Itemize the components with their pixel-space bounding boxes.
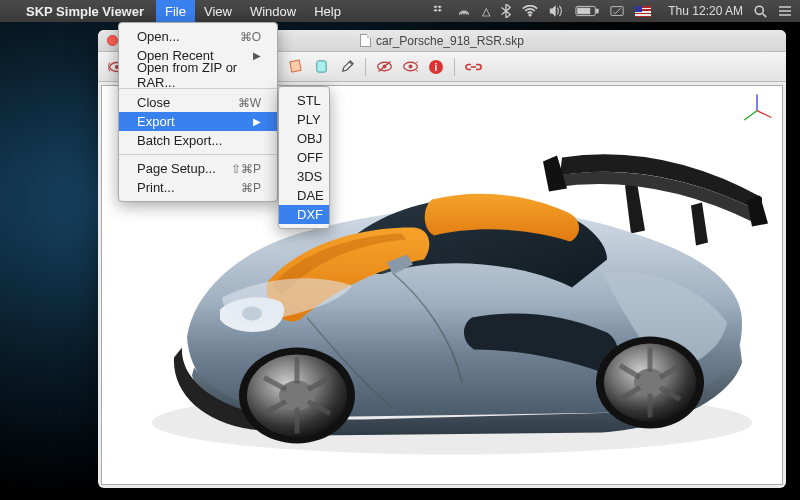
file-menu-batch-export[interactable]: Batch Export... [119, 131, 277, 150]
file-menu-dropdown: Open...⌘O Open Recent▶ Open from ZIP or … [118, 22, 278, 202]
search-icon[interactable] [754, 5, 767, 18]
color-icon[interactable] [310, 56, 332, 78]
close-button[interactable] [107, 35, 118, 46]
clock-label[interactable]: Thu 12:20 AM [668, 4, 743, 18]
svg-line-42 [744, 111, 757, 120]
export-3ds[interactable]: 3DS [279, 167, 329, 186]
export-off[interactable]: OFF [279, 148, 329, 167]
file-menu-page-setup[interactable]: Page Setup...⇧⌘P [119, 159, 277, 178]
wifi-icon[interactable] [522, 5, 538, 17]
eye-off-icon[interactable] [373, 56, 395, 78]
export-dxf[interactable]: DXF [279, 205, 329, 224]
svg-rect-3 [578, 8, 590, 14]
svg-rect-2 [597, 9, 599, 13]
menu-separator [119, 154, 277, 155]
menu-file[interactable]: File [156, 0, 195, 22]
svg-point-24 [279, 381, 315, 411]
svg-point-33 [634, 369, 666, 397]
file-menu-export[interactable]: Export▶ [119, 112, 277, 131]
svg-point-5 [755, 6, 763, 14]
svg-line-41 [757, 111, 771, 118]
file-menu-print[interactable]: Print...⌘P [119, 178, 277, 197]
menu-help[interactable]: Help [305, 0, 350, 22]
export-obj[interactable]: OBJ [279, 129, 329, 148]
menu-window[interactable]: Window [241, 0, 305, 22]
file-menu-close[interactable]: Close⌘W [119, 93, 277, 112]
file-menu-open[interactable]: Open...⌘O [119, 27, 277, 46]
export-ply[interactable]: PLY [279, 110, 329, 129]
battery-icon[interactable] [575, 5, 599, 17]
svg-rect-12 [316, 61, 325, 72]
redcircle-icon[interactable]: i [425, 56, 447, 78]
export-submenu: STL PLY OBJ OFF 3DS DAE DXF [278, 86, 330, 229]
file-menu-open-zip[interactable]: Open from ZIP or RAR... [119, 65, 277, 84]
mac-menubar: SKP Simple Viewer File View Window Help … [0, 0, 800, 22]
edit-icon[interactable] [336, 56, 358, 78]
document-icon [360, 34, 371, 47]
triangle-icon[interactable]: △ [482, 5, 490, 18]
window-title: car_Porsche_918_RSR.skp [360, 34, 524, 48]
sheet-icon[interactable] [284, 56, 306, 78]
svg-point-0 [529, 14, 531, 16]
menu-view[interactable]: View [195, 0, 241, 22]
axis-gizmo [740, 92, 774, 126]
link-icon[interactable] [462, 56, 484, 78]
bluetooth-icon[interactable] [501, 4, 511, 18]
flag-icon[interactable] [635, 6, 651, 17]
menu-icon[interactable] [778, 5, 792, 17]
svg-rect-4 [611, 7, 623, 16]
export-stl[interactable]: STL [279, 91, 329, 110]
input-icon[interactable] [610, 5, 624, 17]
antenna-icon[interactable] [457, 4, 471, 18]
svg-point-17 [408, 65, 412, 69]
status-area: △ Thu 12:20 AM [432, 4, 792, 18]
app-name-label[interactable]: SKP Simple Viewer [18, 4, 152, 19]
svg-text:i: i [435, 61, 438, 72]
dropbox-icon[interactable] [432, 4, 446, 18]
window-title-label: car_Porsche_918_RSR.skp [376, 34, 524, 48]
volume-icon[interactable] [549, 5, 564, 17]
export-dae[interactable]: DAE [279, 186, 329, 205]
vis2-icon[interactable] [399, 56, 421, 78]
